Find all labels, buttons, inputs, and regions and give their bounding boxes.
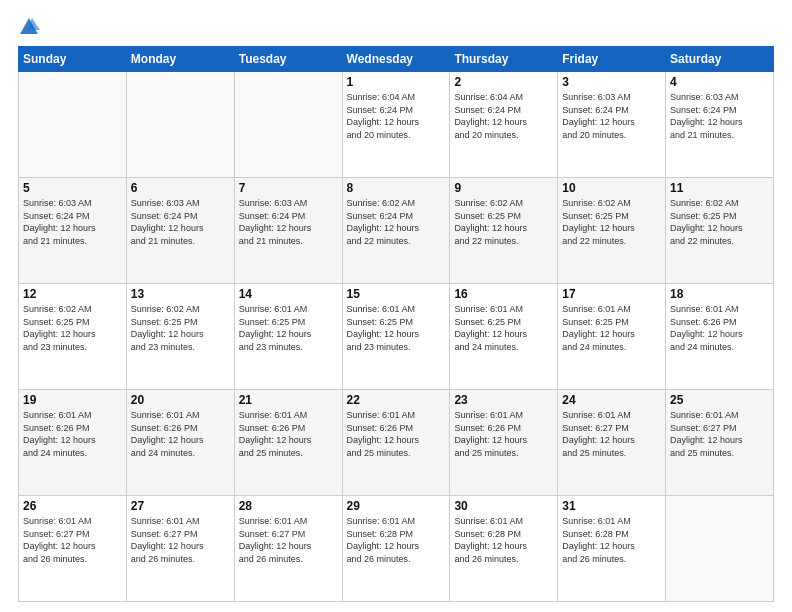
day-number: 29	[347, 499, 446, 513]
day-number: 14	[239, 287, 338, 301]
day-info: Sunrise: 6:03 AM Sunset: 6:24 PM Dayligh…	[562, 91, 661, 141]
calendar-cell: 14Sunrise: 6:01 AM Sunset: 6:25 PM Dayli…	[234, 284, 342, 390]
day-number: 9	[454, 181, 553, 195]
day-number: 21	[239, 393, 338, 407]
day-header-wednesday: Wednesday	[342, 47, 450, 72]
calendar-week-row: 12Sunrise: 6:02 AM Sunset: 6:25 PM Dayli…	[19, 284, 774, 390]
day-number: 10	[562, 181, 661, 195]
calendar-cell	[19, 72, 127, 178]
day-number: 20	[131, 393, 230, 407]
calendar-cell: 22Sunrise: 6:01 AM Sunset: 6:26 PM Dayli…	[342, 390, 450, 496]
day-number: 3	[562, 75, 661, 89]
day-number: 31	[562, 499, 661, 513]
day-number: 5	[23, 181, 122, 195]
day-number: 2	[454, 75, 553, 89]
day-info: Sunrise: 6:01 AM Sunset: 6:26 PM Dayligh…	[239, 409, 338, 459]
calendar-week-row: 26Sunrise: 6:01 AM Sunset: 6:27 PM Dayli…	[19, 496, 774, 602]
header	[18, 16, 774, 38]
calendar-cell: 11Sunrise: 6:02 AM Sunset: 6:25 PM Dayli…	[666, 178, 774, 284]
day-info: Sunrise: 6:01 AM Sunset: 6:26 PM Dayligh…	[670, 303, 769, 353]
day-info: Sunrise: 6:02 AM Sunset: 6:25 PM Dayligh…	[454, 197, 553, 247]
day-number: 18	[670, 287, 769, 301]
day-info: Sunrise: 6:01 AM Sunset: 6:27 PM Dayligh…	[131, 515, 230, 565]
day-info: Sunrise: 6:01 AM Sunset: 6:28 PM Dayligh…	[347, 515, 446, 565]
calendar-cell: 9Sunrise: 6:02 AM Sunset: 6:25 PM Daylig…	[450, 178, 558, 284]
day-number: 19	[23, 393, 122, 407]
calendar-cell: 30Sunrise: 6:01 AM Sunset: 6:28 PM Dayli…	[450, 496, 558, 602]
day-info: Sunrise: 6:04 AM Sunset: 6:24 PM Dayligh…	[347, 91, 446, 141]
day-number: 27	[131, 499, 230, 513]
day-info: Sunrise: 6:02 AM Sunset: 6:24 PM Dayligh…	[347, 197, 446, 247]
calendar-cell: 21Sunrise: 6:01 AM Sunset: 6:26 PM Dayli…	[234, 390, 342, 496]
day-number: 16	[454, 287, 553, 301]
day-info: Sunrise: 6:01 AM Sunset: 6:27 PM Dayligh…	[562, 409, 661, 459]
calendar-cell: 16Sunrise: 6:01 AM Sunset: 6:25 PM Dayli…	[450, 284, 558, 390]
day-number: 8	[347, 181, 446, 195]
calendar-cell	[234, 72, 342, 178]
day-info: Sunrise: 6:01 AM Sunset: 6:26 PM Dayligh…	[347, 409, 446, 459]
calendar-cell: 12Sunrise: 6:02 AM Sunset: 6:25 PM Dayli…	[19, 284, 127, 390]
day-info: Sunrise: 6:03 AM Sunset: 6:24 PM Dayligh…	[23, 197, 122, 247]
day-number: 23	[454, 393, 553, 407]
calendar-cell	[666, 496, 774, 602]
day-info: Sunrise: 6:01 AM Sunset: 6:26 PM Dayligh…	[131, 409, 230, 459]
logo-icon	[18, 16, 40, 38]
calendar-cell: 8Sunrise: 6:02 AM Sunset: 6:24 PM Daylig…	[342, 178, 450, 284]
day-number: 11	[670, 181, 769, 195]
calendar-cell: 3Sunrise: 6:03 AM Sunset: 6:24 PM Daylig…	[558, 72, 666, 178]
page: SundayMondayTuesdayWednesdayThursdayFrid…	[0, 0, 792, 612]
day-number: 25	[670, 393, 769, 407]
calendar-cell: 5Sunrise: 6:03 AM Sunset: 6:24 PM Daylig…	[19, 178, 127, 284]
calendar-cell: 10Sunrise: 6:02 AM Sunset: 6:25 PM Dayli…	[558, 178, 666, 284]
day-number: 24	[562, 393, 661, 407]
day-info: Sunrise: 6:01 AM Sunset: 6:26 PM Dayligh…	[23, 409, 122, 459]
day-number: 7	[239, 181, 338, 195]
calendar-cell: 17Sunrise: 6:01 AM Sunset: 6:25 PM Dayli…	[558, 284, 666, 390]
day-number: 6	[131, 181, 230, 195]
day-info: Sunrise: 6:01 AM Sunset: 6:25 PM Dayligh…	[454, 303, 553, 353]
calendar-week-row: 19Sunrise: 6:01 AM Sunset: 6:26 PM Dayli…	[19, 390, 774, 496]
calendar-week-row: 1Sunrise: 6:04 AM Sunset: 6:24 PM Daylig…	[19, 72, 774, 178]
calendar-cell: 18Sunrise: 6:01 AM Sunset: 6:26 PM Dayli…	[666, 284, 774, 390]
day-info: Sunrise: 6:01 AM Sunset: 6:27 PM Dayligh…	[23, 515, 122, 565]
day-header-friday: Friday	[558, 47, 666, 72]
day-number: 26	[23, 499, 122, 513]
day-info: Sunrise: 6:03 AM Sunset: 6:24 PM Dayligh…	[239, 197, 338, 247]
day-info: Sunrise: 6:01 AM Sunset: 6:25 PM Dayligh…	[562, 303, 661, 353]
calendar-week-row: 5Sunrise: 6:03 AM Sunset: 6:24 PM Daylig…	[19, 178, 774, 284]
day-header-tuesday: Tuesday	[234, 47, 342, 72]
day-info: Sunrise: 6:03 AM Sunset: 6:24 PM Dayligh…	[131, 197, 230, 247]
calendar-table: SundayMondayTuesdayWednesdayThursdayFrid…	[18, 46, 774, 602]
calendar-cell: 27Sunrise: 6:01 AM Sunset: 6:27 PM Dayli…	[126, 496, 234, 602]
day-header-saturday: Saturday	[666, 47, 774, 72]
calendar-cell: 4Sunrise: 6:03 AM Sunset: 6:24 PM Daylig…	[666, 72, 774, 178]
calendar-cell: 6Sunrise: 6:03 AM Sunset: 6:24 PM Daylig…	[126, 178, 234, 284]
day-info: Sunrise: 6:01 AM Sunset: 6:25 PM Dayligh…	[347, 303, 446, 353]
day-info: Sunrise: 6:01 AM Sunset: 6:25 PM Dayligh…	[239, 303, 338, 353]
day-header-monday: Monday	[126, 47, 234, 72]
calendar-cell	[126, 72, 234, 178]
day-number: 1	[347, 75, 446, 89]
day-number: 22	[347, 393, 446, 407]
calendar-cell: 2Sunrise: 6:04 AM Sunset: 6:24 PM Daylig…	[450, 72, 558, 178]
day-info: Sunrise: 6:04 AM Sunset: 6:24 PM Dayligh…	[454, 91, 553, 141]
day-number: 13	[131, 287, 230, 301]
day-info: Sunrise: 6:01 AM Sunset: 6:27 PM Dayligh…	[670, 409, 769, 459]
day-info: Sunrise: 6:01 AM Sunset: 6:26 PM Dayligh…	[454, 409, 553, 459]
logo	[18, 16, 43, 38]
day-info: Sunrise: 6:02 AM Sunset: 6:25 PM Dayligh…	[670, 197, 769, 247]
day-number: 4	[670, 75, 769, 89]
calendar-header-row: SundayMondayTuesdayWednesdayThursdayFrid…	[19, 47, 774, 72]
calendar-cell: 19Sunrise: 6:01 AM Sunset: 6:26 PM Dayli…	[19, 390, 127, 496]
day-number: 30	[454, 499, 553, 513]
day-info: Sunrise: 6:02 AM Sunset: 6:25 PM Dayligh…	[23, 303, 122, 353]
calendar-cell: 7Sunrise: 6:03 AM Sunset: 6:24 PM Daylig…	[234, 178, 342, 284]
calendar-cell: 24Sunrise: 6:01 AM Sunset: 6:27 PM Dayli…	[558, 390, 666, 496]
day-info: Sunrise: 6:02 AM Sunset: 6:25 PM Dayligh…	[131, 303, 230, 353]
day-info: Sunrise: 6:01 AM Sunset: 6:27 PM Dayligh…	[239, 515, 338, 565]
day-info: Sunrise: 6:01 AM Sunset: 6:28 PM Dayligh…	[562, 515, 661, 565]
calendar-cell: 28Sunrise: 6:01 AM Sunset: 6:27 PM Dayli…	[234, 496, 342, 602]
calendar-cell: 23Sunrise: 6:01 AM Sunset: 6:26 PM Dayli…	[450, 390, 558, 496]
day-number: 15	[347, 287, 446, 301]
calendar-cell: 26Sunrise: 6:01 AM Sunset: 6:27 PM Dayli…	[19, 496, 127, 602]
